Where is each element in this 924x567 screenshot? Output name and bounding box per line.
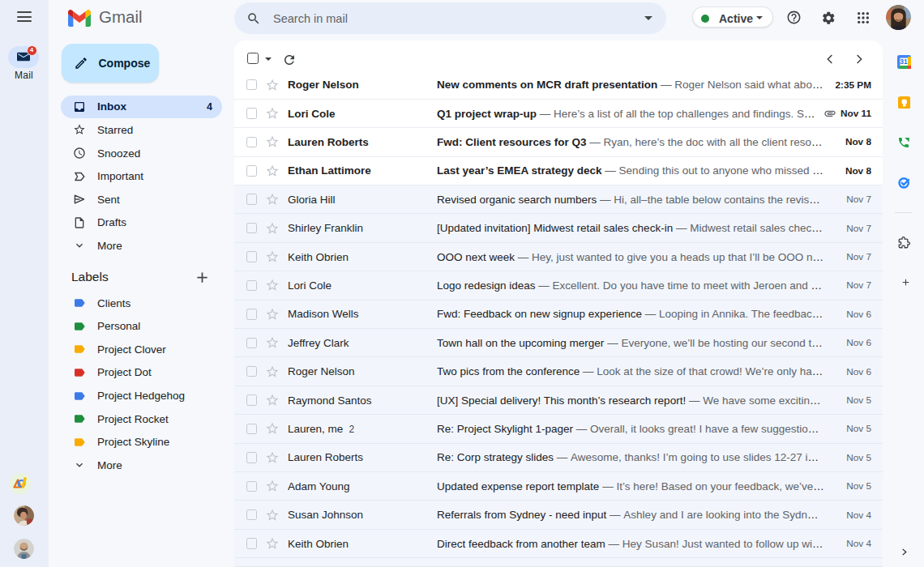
svg-text:31: 31 bbox=[900, 58, 908, 66]
